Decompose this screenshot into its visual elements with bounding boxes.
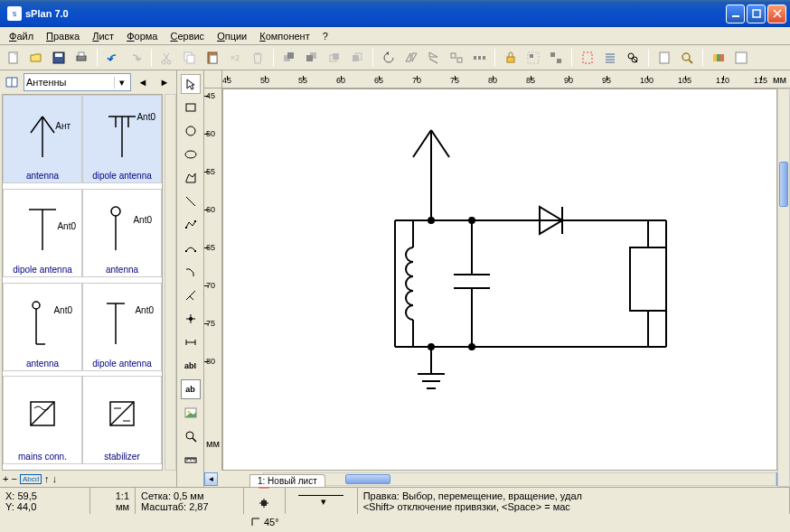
menu-service[interactable]: Сервис [165,30,210,42]
status-bar: X: 59,5 Y: 44,0 1:1 мм Сетка: 0,5 мм Мас… [0,487,790,514]
lock-icon[interactable] [501,48,521,68]
add-comp-icon[interactable]: + [3,473,8,484]
library-book-icon[interactable] [2,72,22,92]
send-backward-icon[interactable] [347,48,367,68]
component-item[interactable]: stabilizer [82,376,162,464]
group-icon[interactable] [523,48,543,68]
dimension-tool-icon[interactable] [181,332,201,352]
vertical-scrollbar[interactable] [777,89,790,487]
sheet-tab[interactable]: 1: Новый лист [249,474,325,487]
palette-icon[interactable] [709,48,729,68]
settings-icon[interactable] [578,48,597,68]
text-label-icon[interactable]: abI [181,356,201,376]
unit-label: мм [96,501,129,512]
copy-icon[interactable] [180,48,200,68]
bring-front-icon[interactable] [279,48,299,68]
ungroup-icon[interactable] [546,48,566,68]
component-item[interactable]: Ant0 dipole antenna [82,283,162,371]
remove-comp-icon[interactable]: − [11,473,16,484]
drawing-canvas[interactable] [222,89,777,471]
send-back-icon[interactable] [302,48,322,68]
component-item[interactable]: mains conn. [3,376,82,464]
blank-tool-icon[interactable] [731,48,751,68]
component-item[interactable]: Ant0 dipole antenna [3,189,82,277]
cut-icon[interactable] [157,48,177,68]
nav-right-icon[interactable]: ► [155,72,174,92]
menu-edit[interactable]: Правка [41,30,85,42]
text-box-icon[interactable]: ab [181,379,201,399]
scale-label: Масштаб: 2,87 [141,501,238,512]
vertical-ruler: мм 4550556065707580 [204,89,222,471]
curve-tool-icon[interactable] [181,238,201,258]
svg-rect-4 [55,53,62,57]
menu-file[interactable]: Файл [4,30,39,42]
distribute-icon[interactable] [469,48,489,68]
new-file-icon[interactable] [4,48,24,68]
library-scrollbar[interactable] [165,94,176,471]
scroll-left-icon[interactable]: ◄ [204,472,218,486]
svg-rect-23 [474,56,476,60]
polyline-tool-icon[interactable] [181,215,201,235]
circle-tool-icon[interactable] [181,121,201,141]
category-select[interactable]: Антенны ▾ [24,73,131,91]
maximize-button[interactable] [747,5,766,23]
component-item[interactable]: Ant0 antenna [82,189,162,277]
svg-rect-34 [660,52,669,63]
svg-rect-25 [483,56,485,60]
list-icon[interactable] [600,48,620,68]
node-tool-icon[interactable] [181,309,201,329]
menu-options[interactable]: Опции [212,30,252,42]
pointer-tool-icon[interactable] [181,74,201,94]
svg-point-45 [186,126,195,135]
arc-tool-icon[interactable] [181,262,201,282]
nav-left-icon[interactable]: ◄ [133,72,153,92]
menu-form[interactable]: Форма [121,30,163,42]
line-tool-icon[interactable] [181,191,201,211]
menubar: Файл Правка Лист Форма Сервис Опции Комп… [0,27,790,45]
page-icon[interactable] [654,48,674,68]
open-file-icon[interactable] [26,48,46,68]
rotate-left-icon[interactable] [379,48,399,68]
component-item[interactable]: Ant0 dipole antenna [82,95,162,183]
origin-icon[interactable] [254,496,274,510]
coord-y: Y: 44,0 [5,501,84,512]
close-button[interactable] [767,5,786,23]
delete-icon[interactable] [248,48,268,68]
rename-comp-icon[interactable]: Abcd [20,474,42,484]
horizontal-scrollbar[interactable] [263,472,776,486]
bring-forward-icon[interactable] [324,48,344,68]
dropdown-arrow-icon: ▾ [114,77,128,89]
minimize-button[interactable] [726,5,745,23]
search-icon[interactable] [623,48,643,68]
save-icon[interactable] [49,48,69,68]
menu-component[interactable]: Компонент [254,30,315,42]
ellipse-tool-icon[interactable] [181,145,201,164]
zoom-tool-icon[interactable] [181,426,201,446]
svg-point-46 [185,151,196,158]
align-icon[interactable] [447,48,466,68]
svg-rect-28 [530,54,533,58]
zoom-icon[interactable] [677,48,697,68]
move-down-icon[interactable]: ↓ [52,473,58,484]
svg-rect-26 [507,57,514,62]
component-item[interactable]: Ант antenna [3,95,82,183]
bezier-tool-icon[interactable] [181,285,201,305]
main-toolbar: ×2 [0,45,790,70]
paste-icon[interactable] [202,48,222,68]
measure-tool-icon[interactable] [181,450,201,470]
component-item[interactable]: Ant0 antenna [3,283,82,371]
svg-rect-18 [333,53,339,60]
svg-rect-12 [210,55,217,63]
menu-help[interactable]: ? [317,30,334,42]
flip-v-icon[interactable] [424,48,444,68]
redo-icon[interactable] [126,48,146,68]
menu-sheet[interactable]: Лист [87,30,119,42]
polygon-tool-icon[interactable] [181,168,201,188]
duplicate-icon[interactable]: ×2 [225,48,245,68]
rect-tool-icon[interactable] [181,98,201,117]
image-tool-icon[interactable] [181,403,201,423]
flip-h-icon[interactable] [401,48,421,68]
print-icon[interactable] [71,48,91,68]
undo-icon[interactable] [103,48,123,68]
move-up-icon[interactable]: ↑ [44,473,50,484]
